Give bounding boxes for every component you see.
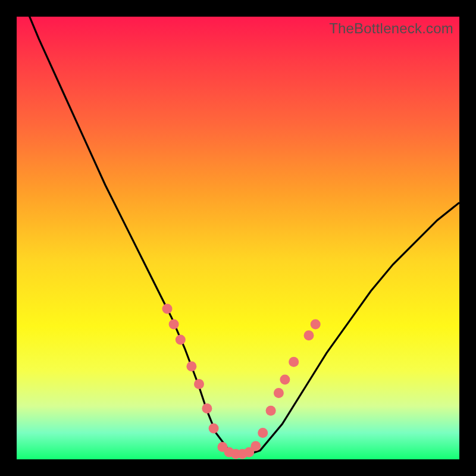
plot-area: TheBottleneck.com <box>17 17 459 459</box>
chart-frame: TheBottleneck.com <box>0 0 476 476</box>
curve-dot <box>258 428 268 438</box>
curve-dot <box>289 357 299 367</box>
curve-dot <box>186 361 196 371</box>
curve-dot <box>169 320 179 330</box>
bottleneck-curve <box>17 0 459 455</box>
curve-svg <box>17 17 459 459</box>
curve-markers <box>162 304 321 459</box>
curve-dot <box>162 304 173 314</box>
curve-dot <box>194 379 204 389</box>
curve-dot <box>250 441 261 451</box>
curve-dot <box>274 388 284 398</box>
curve-dot <box>176 335 186 345</box>
curve-dot <box>266 406 276 416</box>
curve-dot <box>304 330 314 340</box>
curve-dot <box>209 423 219 433</box>
curve-dot <box>280 375 290 385</box>
curve-dot <box>311 320 321 330</box>
curve-dot <box>202 403 212 414</box>
